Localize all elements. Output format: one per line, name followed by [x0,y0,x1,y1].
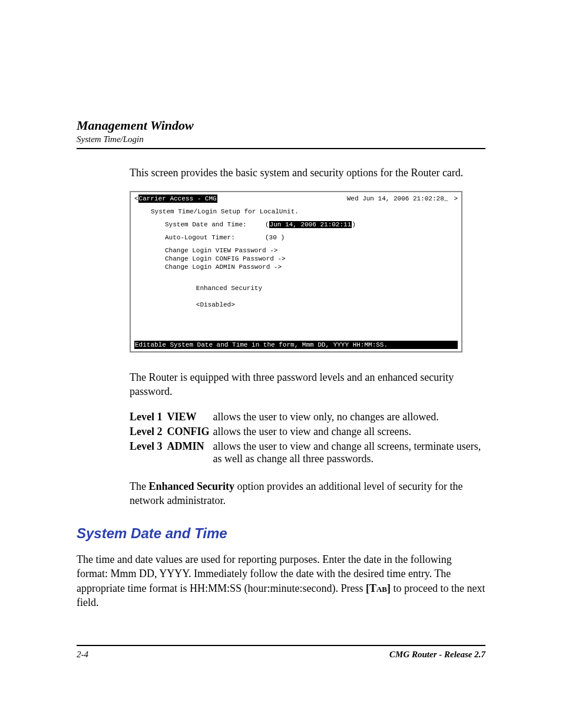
change-config-password[interactable]: Change Login CONFIG Password -> [165,255,458,263]
table-row: Level 2 CONFIG allows the user to view a… [130,424,485,439]
page-header-title: Management Window [77,118,485,133]
terminal-screenshot: < Carrier Access - CMG Wed Jun 14, 2006 … [130,191,462,353]
section-title-system-date: System Date and Time [77,525,485,542]
terminal-title: Carrier Access - CMG [138,195,217,203]
level-number: Level 2 [130,424,167,439]
terminal-datetime: Wed Jun 14, 2006 21:02:28_ [347,195,448,203]
section-body: The time and date values are used for re… [77,552,485,610]
text-fragment: The [130,480,148,492]
terminal-subtitle: System Time/Login Setup for LocalUnit. [151,207,458,216]
level-desc: allows the user to view only, no changes… [213,410,486,424]
table-row: Level 1 VIEW allows the user to view onl… [130,410,485,424]
enhanced-security-paragraph: The Enhanced Security option provides an… [130,479,485,508]
footer-rule [77,645,485,646]
enhanced-security-label: Enhanced Security [196,285,262,292]
change-view-password[interactable]: Change Login VIEW Password -> [165,246,458,255]
level-name: ADMIN [167,439,213,466]
product-footer: CMG Router - Release 2.7 [389,650,485,660]
tab-key: [Tab] [366,582,391,594]
password-levels-intro: The Router is equipped with three passwo… [130,370,485,399]
level-number: Level 3 [130,439,167,466]
terminal-right-arrow: > [454,195,458,203]
level-desc: allows the user to view and change all s… [213,439,486,466]
page-number: 2-4 [77,650,88,660]
level-name: VIEW [167,410,213,424]
level-name: CONFIG [167,424,213,439]
level-desc: allows the user to view and change all s… [213,424,486,439]
sys-date-value-wrap[interactable]: (Jun 14, 2006 21:02:11) [265,220,356,229]
intro-text: This screen provides the basic system an… [130,167,485,179]
auto-logout-value[interactable]: (30 ) [265,233,285,242]
header-rule [77,148,485,149]
enhanced-security-bold: Enhanced Security [148,480,234,492]
level-number: Level 1 [130,410,167,424]
auto-logout-label: Auto-Logout Timer: [165,233,265,242]
terminal-left-arrow: < [134,195,138,203]
table-row: Level 3 ADMIN allows the user to view an… [130,439,485,466]
enhanced-security-value[interactable]: <Disabled> [196,301,235,308]
terminal-status-line: Editable System Date and Time in the for… [134,341,458,349]
change-admin-password[interactable]: Change Login ADMIN Password -> [165,263,458,271]
sys-date-value[interactable]: Jun 14, 2006 21:02:11 [269,221,352,228]
sys-date-label: System Date and Time: [165,220,265,229]
password-levels-table: Level 1 VIEW allows the user to view onl… [130,410,485,466]
page-header-subtitle: System Time/Login [77,134,485,144]
